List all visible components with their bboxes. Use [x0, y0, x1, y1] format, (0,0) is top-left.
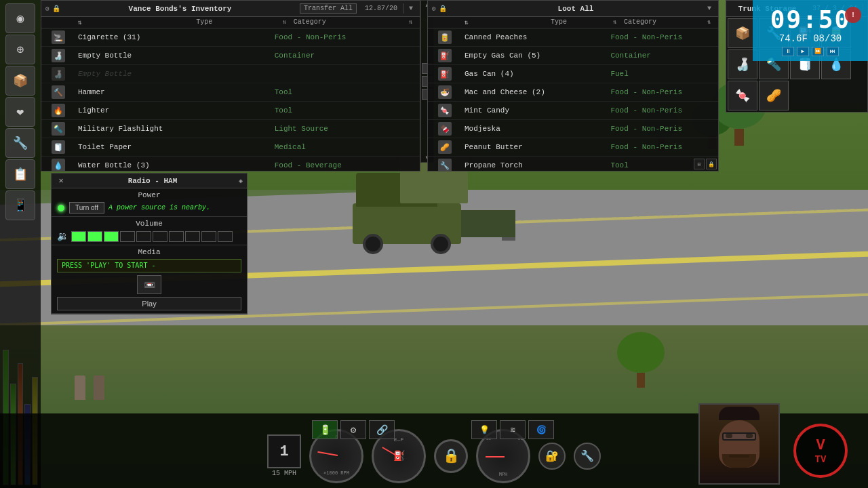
- clock-panel: 09:50 74.6F 08/30 ⏸ ▶ ⏩ ⏭ !: [753, 0, 868, 61]
- radio-power-title: Power: [57, 191, 241, 199]
- item-icon-cell-0: 🚬: [41, 28, 75, 46]
- pause-btn[interactable]: ⏸: [782, 47, 794, 56]
- speed-gauge-label: MPH: [478, 472, 528, 477]
- loot-item-4[interactable]: 🍬 Mint Candy Food - Non-Peris: [428, 102, 718, 120]
- speed-unit: MPH: [284, 470, 296, 477]
- loot-corner-icons: ⊞ 🔒: [694, 159, 717, 169]
- sidebar-icon-2[interactable]: ⊕: [5, 35, 35, 64]
- item-type-0: Food - Non-Peris: [275, 33, 420, 41]
- radio-close-btn[interactable]: ✕: [56, 176, 66, 186]
- item-icon-3: 🔨: [52, 85, 65, 99]
- item-type-6: Medical: [275, 143, 420, 151]
- sidebar-icon-1[interactable]: ◉: [5, 3, 35, 33]
- loot-type-6: Food - Non-Peris: [610, 143, 718, 151]
- loot-icon: ⚙: [432, 5, 436, 13]
- lock-btn[interactable]: 🔐: [538, 443, 566, 470]
- radio-pin-btn[interactable]: ◈: [239, 177, 243, 185]
- loot-expand-icon[interactable]: ▼: [705, 5, 714, 12]
- loot-name-3: Mac and Cheese (2): [462, 88, 610, 96]
- ui-overlay: ◉ ⊕ 📦 ❤ 🔧 📋 📱 ⚙ 🔒 Vance Bonds's Inventor…: [0, 0, 868, 488]
- item-icon-cell-1: 🍶: [41, 47, 75, 64]
- loot-icon-cell-4: 🍬: [428, 102, 462, 119]
- trunk-item-8[interactable]: 🍬: [728, 81, 757, 110]
- radio-header: ✕ Radio - HAM ◈: [52, 174, 247, 188]
- volume-bars[interactable]: [71, 231, 233, 242]
- loot-item-5[interactable]: 🍫 Modjeska Food - Non-Peris: [428, 120, 718, 138]
- media-cassette-icon: 📼: [137, 275, 161, 294]
- media-display: PRESS 'PLAY' TO START -: [57, 259, 241, 272]
- loot-item-2[interactable]: ⛽ Gas Can (4) Fuel: [428, 65, 718, 83]
- sidebar-icon-5[interactable]: 🔧: [5, 128, 35, 158]
- inventory-item-4[interactable]: 🔥 Lighter Tool: [41, 102, 420, 120]
- type-sort-icon[interactable]: ⇅: [283, 18, 294, 26]
- sidebar-icon-6[interactable]: 📋: [5, 159, 35, 189]
- vol-bar-3[interactable]: [104, 231, 119, 242]
- loot-icon-2: ⛽: [438, 67, 452, 81]
- inventory-item-6[interactable]: 🧻 Toilet Paper Medical: [41, 138, 420, 157]
- vol-bar-9[interactable]: [201, 231, 216, 242]
- inventory-item-0[interactable]: 🚬 Cigarette (31) Food - Non-Peris: [41, 28, 420, 47]
- logo-tv: TV: [815, 454, 827, 465]
- inventory-item-list: 🚬 Cigarette (31) Food - Non-Peris 🍶 Empt…: [41, 28, 420, 171]
- vehicle-status-icons: 🔋 ⚙️ 🔗: [312, 420, 395, 439]
- vol-bar-6[interactable]: [153, 231, 167, 242]
- loot-icon-1: ⛽: [438, 49, 452, 62]
- vol-bar-2[interactable]: [87, 231, 102, 242]
- wrench-btn[interactable]: 🔧: [574, 443, 601, 470]
- grid-icon[interactable]: ⊞: [694, 159, 705, 169]
- item-name-6: Toilet Paper: [75, 143, 275, 151]
- inventory-item-3[interactable]: 🔨 Hammer Tool: [41, 83, 420, 102]
- loot-header: ⚙ 🔒 Loot All ▼: [428, 1, 718, 17]
- vol-bar-1[interactable]: [71, 231, 86, 242]
- sidebar-icon-4[interactable]: ❤: [5, 97, 35, 127]
- play-button[interactable]: Play: [57, 297, 241, 310]
- item-icon-cell-3: 🔨: [41, 83, 75, 101]
- loot-item-6[interactable]: 🥜 Peanut Butter Food - Non-Peris: [428, 138, 718, 157]
- loot-type-sort-icon[interactable]: ⇅: [613, 18, 624, 26]
- loot-icon-4: 🍬: [438, 104, 452, 117]
- sidebar-icon-7[interactable]: 📱: [5, 190, 35, 220]
- loot-item-7[interactable]: 🔧 Propane Torch Tool: [428, 157, 718, 171]
- item-icon-cell-4: 🔥: [41, 102, 75, 119]
- loot-item-0[interactable]: 🥫 Canned Peaches Food - Non-Peris: [428, 28, 718, 47]
- cat-sort-icon[interactable]: ⇅: [409, 18, 420, 26]
- trunk-item-9[interactable]: 🥜: [759, 81, 789, 110]
- inventory-item-5[interactable]: 🔦 Military Flashlight Light Source: [41, 120, 420, 138]
- loot-item-1[interactable]: ⛽ Empty Gas Can (5) Container: [428, 47, 718, 65]
- inventory-item-2[interactable]: 🍶 Empty Bottle: [41, 65, 420, 83]
- lock-icon-small[interactable]: 🔒: [706, 159, 717, 169]
- turn-off-button[interactable]: Turn off: [69, 202, 104, 214]
- vol-bar-4[interactable]: [120, 231, 135, 242]
- skip-btn[interactable]: ⏭: [827, 47, 839, 56]
- loot-item-3[interactable]: 🍜 Mac and Cheese (2) Food - Non-Peris: [428, 83, 718, 102]
- radio-power-row: Turn off A power source is nearby.: [57, 202, 241, 214]
- loot-sort-icon[interactable]: ⇅: [465, 18, 469, 26]
- transfer-all-btn[interactable]: Transfer All: [300, 3, 357, 14]
- item-icon-2: 🍶: [52, 67, 65, 81]
- sort-icon[interactable]: ⇅: [78, 18, 82, 26]
- vol-bar-10[interactable]: [218, 231, 233, 242]
- inv-icon: ⚙: [45, 5, 50, 13]
- vol-bar-5[interactable]: [136, 231, 151, 242]
- logo-circle: V TV: [793, 424, 848, 478]
- radio-power-section: Power Turn off A power source is nearby.: [52, 188, 247, 217]
- alert-icon: !: [845, 7, 861, 23]
- inventory-item-7[interactable]: 💧 Water Bottle (3) Food - Beverage: [41, 157, 420, 171]
- face: [719, 420, 760, 468]
- inventory-item-1[interactable]: 🍶 Empty Bottle Container: [41, 47, 420, 65]
- volume-icon: 🔉: [57, 230, 68, 242]
- item-icon-5: 🔦: [52, 122, 65, 136]
- vol-bar-7[interactable]: [169, 231, 184, 242]
- sidebar-icon-3[interactable]: 📦: [5, 66, 35, 96]
- fast-fwd-btn[interactable]: ⏩: [812, 47, 824, 56]
- vol-bar-8[interactable]: [185, 231, 200, 242]
- transfer-count: 12.87/20: [359, 3, 403, 14]
- item-icon-cell-5: 🔦: [41, 120, 75, 138]
- item-name-1: Empty Bottle: [75, 52, 275, 60]
- loot-panel: ⚙ 🔒 Loot All ▼ ⇅ Type ⇅ Category ⇅ 🥫 Can…: [427, 0, 719, 171]
- loot-cat-sort-icon[interactable]: ⇅: [707, 18, 718, 26]
- play-btn[interactable]: ▶: [797, 47, 809, 56]
- radio-panel: ✕ Radio - HAM ◈ Power Turn off A power s…: [51, 173, 248, 314]
- volume-control: 🔉: [57, 230, 241, 242]
- expand-icon[interactable]: ▼: [406, 5, 416, 12]
